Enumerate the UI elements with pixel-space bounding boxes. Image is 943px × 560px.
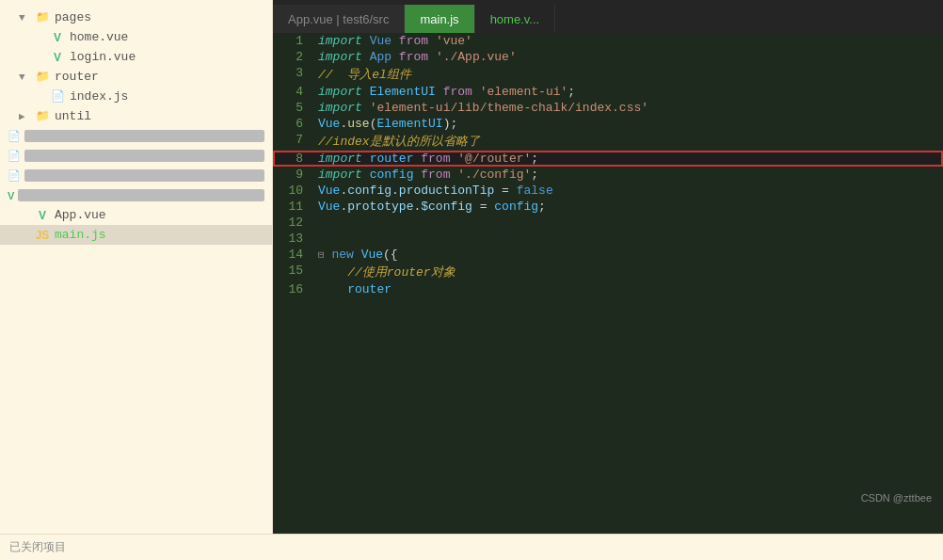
line-number: 1	[273, 33, 311, 49]
blurred-file-1: 📄	[0, 126, 272, 146]
tab-bar: App.vue | test6/src main.js home.v...	[273, 0, 943, 33]
js-file-icon: JS	[34, 229, 51, 242]
line-number: 5	[273, 100, 311, 116]
line-content: Vue.prototype.$config = config;	[311, 199, 943, 215]
sidebar-item-label: main.js	[55, 228, 106, 242]
blurred-file-2: 📄	[0, 146, 272, 166]
line-content	[311, 215, 943, 231]
code-line: 14 ⊟ new Vue({	[273, 247, 943, 263]
sidebar-item-index-js[interactable]: 📄 index.js	[0, 87, 272, 106]
code-line: 9 import config from './config';	[273, 167, 943, 183]
line-number: 16	[273, 281, 311, 297]
sidebar-item-pages[interactable]: ▼ 📁 pages	[0, 8, 272, 27]
chevron-down-icon: ▼	[19, 72, 34, 83]
sidebar-item-label: home.vue	[70, 30, 128, 44]
sidebar-item-label: until	[55, 109, 91, 123]
code-line: 6 Vue.use(ElementUI);	[273, 116, 943, 132]
sidebar-item-home-vue[interactable]: V home.vue	[0, 27, 272, 47]
sidebar-item-label: login.vue	[70, 50, 136, 64]
code-line: 10 Vue.config.productionTip = false	[273, 183, 943, 199]
line-number: 12	[273, 215, 311, 231]
blurred-file-4: V	[0, 185, 272, 205]
line-content: import Vue from 'vue'	[311, 33, 943, 49]
tab-main-js[interactable]: main.js	[405, 5, 474, 33]
line-content	[311, 231, 943, 247]
line-content: import 'element-ui/lib/theme-chalk/index…	[311, 100, 943, 116]
folder-icon: 📁	[34, 71, 51, 84]
line-content: import App from './App.vue'	[311, 49, 943, 65]
vue-file-icon: V	[49, 31, 66, 44]
line-content: //index是默认的所以省略了	[311, 132, 943, 151]
blurred-label	[24, 169, 264, 182]
sidebar-item-label: App.vue	[55, 208, 106, 222]
code-line-highlighted: 8 import router from '@/router';	[273, 151, 943, 167]
code-line: 13	[273, 231, 943, 247]
line-number: 3	[273, 65, 311, 84]
sidebar-item-main-js[interactable]: JS main.js	[0, 225, 272, 245]
file-icon: 📄	[8, 169, 21, 182]
chevron-down-icon: ▼	[19, 12, 34, 24]
code-lines: 1 import Vue from 'vue' 2 import App fro…	[273, 33, 943, 297]
vue-file-icon: V	[49, 51, 66, 64]
folder-icon: 📁	[34, 11, 51, 24]
line-content: //使用router对象	[311, 263, 943, 281]
code-line: 4 import ElementUI from 'element-ui';	[273, 84, 943, 100]
line-number: 9	[273, 167, 311, 183]
code-line: 11 Vue.prototype.$config = config;	[273, 199, 943, 215]
line-content: ⊟ new Vue({	[311, 247, 943, 263]
line-number: 8	[273, 151, 311, 167]
sidebar-item-label: index.js	[70, 89, 128, 104]
tab-app-vue[interactable]: App.vue | test6/src	[273, 5, 405, 33]
line-number: 14	[273, 247, 311, 263]
status-bar: 已关闭项目	[0, 534, 943, 560]
line-content: import ElementUI from 'element-ui';	[311, 84, 943, 100]
line-content: Vue.use(ElementUI);	[311, 116, 943, 132]
line-content: // 导入el组件	[311, 65, 943, 84]
line-number: 2	[273, 49, 311, 65]
watermark: CSDN @zttbee	[861, 492, 932, 504]
tab-label: home.v...	[490, 12, 540, 26]
line-number: 7	[273, 132, 311, 151]
chevron-right-icon: ▶	[19, 110, 34, 122]
code-line: 12	[273, 215, 943, 231]
sidebar-item-label: router	[55, 70, 99, 84]
code-line: 15 //使用router对象	[273, 263, 943, 281]
code-line: 2 import App from './App.vue'	[273, 49, 943, 65]
blurred-file-3: 📄	[0, 166, 272, 185]
sidebar-item-app-vue[interactable]: V App.vue	[0, 205, 272, 225]
file-tree: ▼ 📁 pages V home.vue V login.vue ▼ 📁 rou…	[0, 0, 273, 534]
line-number: 13	[273, 231, 311, 247]
code-editor-wrapper: 1 import Vue from 'vue' 2 import App fro…	[273, 33, 943, 534]
tab-label: main.js	[420, 12, 458, 26]
sidebar-item-label: pages	[55, 10, 91, 24]
line-content: import config from './config';	[311, 167, 943, 183]
file-icon: 📄	[8, 150, 21, 162]
code-line: 7 //index是默认的所以省略了	[273, 132, 943, 151]
code-line: 3 // 导入el组件	[273, 65, 943, 84]
code-line: 1 import Vue from 'vue'	[273, 33, 943, 49]
blurred-label	[18, 189, 264, 201]
sidebar-item-login-vue[interactable]: V login.vue	[0, 47, 272, 67]
file-icon: 📄	[8, 130, 21, 142]
line-content: router	[311, 281, 943, 297]
line-number: 11	[273, 199, 311, 215]
js-file-icon: 📄	[49, 90, 66, 104]
vue-file-icon: V	[34, 209, 51, 222]
line-content: import router from '@/router';	[311, 151, 943, 167]
line-content: Vue.config.productionTip = false	[311, 183, 943, 199]
tab-label: App.vue | test6/src	[288, 12, 389, 26]
line-number: 10	[273, 183, 311, 199]
line-number: 6	[273, 116, 311, 132]
line-number: 4	[273, 84, 311, 100]
code-line: 5 import 'element-ui/lib/theme-chalk/ind…	[273, 100, 943, 116]
blurred-label	[24, 130, 264, 142]
vue-file-icon: V	[8, 190, 14, 201]
status-label: 已关闭项目	[9, 539, 66, 555]
sidebar-item-router[interactable]: ▼ 📁 router	[0, 67, 272, 87]
blurred-label	[24, 150, 264, 162]
tab-home-vue[interactable]: home.v...	[475, 5, 556, 33]
sidebar-item-until[interactable]: ▶ 📁 until	[0, 106, 272, 126]
folder-icon: 📁	[34, 110, 51, 123]
code-editor[interactable]: 1 import Vue from 'vue' 2 import App fro…	[273, 33, 943, 534]
line-number: 15	[273, 263, 311, 281]
